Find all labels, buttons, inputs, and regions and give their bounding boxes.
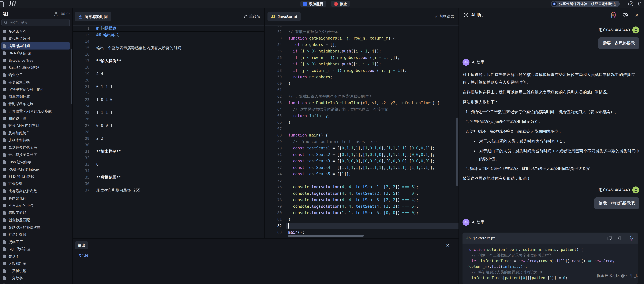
document-icon (3, 182, 6, 186)
sidebar-item[interactable]: 蛋糕工厂 (1, 238, 70, 245)
help-icon[interactable]: ? (628, 1, 633, 7)
sidebar-item[interactable]: 猜数字游戏 (1, 209, 70, 216)
markdown-text: # 问题描述 (96, 26, 116, 31)
sidebar-item[interactable]: 简单四则计算 (1, 93, 70, 100)
document-icon (3, 51, 6, 55)
ai-assistant-panel: AI 助手 ✕ 用户04514042443需要一点思路提示AI 助手对于这道题，… (459, 8, 644, 284)
history-icon[interactable] (622, 12, 629, 18)
sidebar-item[interactable]: 链表聚集交换 (1, 79, 70, 86)
sidebar-item[interactable]: SQL 代码补全 (1, 245, 70, 253)
sidebar-item[interactable]: 字符串有多少种可能性 (1, 86, 70, 93)
code-line: 62// 计算戴口罩人员被两个不同感染源感染的时间 (266, 93, 458, 100)
sidebar-item[interactable]: 阿 D 的飞行路线 (1, 173, 70, 180)
sidebar-scrollbar[interactable] (71, 49, 72, 104)
add-question-button[interactable]: + 添加题目 (300, 1, 326, 7)
sidebar-item[interactable]: 大数和距离 (1, 260, 70, 267)
close-icon[interactable]: ✕ (635, 13, 639, 18)
document-icon (3, 232, 6, 237)
document-icon (3, 189, 6, 193)
sidebar-item[interactable]: 查找热点数据 (1, 35, 70, 42)
sidebar-item[interactable]: 二分数字 (1, 274, 70, 282)
sidebar-item[interactable]: 不再贪心的小包 (1, 202, 70, 209)
sidebar-item[interactable]: 进制求和转换 (1, 137, 70, 144)
user-name: 用户04514042443 (598, 27, 630, 33)
search-box[interactable] (2, 19, 70, 26)
sidebar-item-label: 进制求和转换 (8, 138, 30, 143)
sidebar-item[interactable]: DNA 序列还原 (1, 50, 70, 57)
avatar (462, 219, 470, 226)
sidebar-item[interactable]: RGB 色值转 Integer (1, 166, 70, 173)
problem-tab[interactable]: 病毒感染时间 (75, 12, 111, 21)
code-text: } (288, 217, 291, 221)
code-editor-content[interactable]: 5152// 获取当前座位的邻居坐标53function getNeighbor… (266, 25, 458, 238)
line-number: 14 (73, 39, 90, 44)
sidebar-item[interactable]: 创意标题匹配 (1, 216, 70, 224)
sidebar-item[interactable]: 分布式围栏 (1, 282, 70, 284)
line-number: 77 (266, 191, 282, 195)
sidebar-item[interactable]: 二叉树供暖 (1, 267, 70, 274)
markdown-line: 210 1 1 1 (73, 84, 264, 90)
rename-button[interactable]: 重命名 (244, 14, 260, 19)
code-line: 77 console.log(solution(4, 4, testSeats2… (266, 190, 458, 197)
problem-sidebar: 题目 共 100 个 多米诺骨牌查找热点数据病毒感染时间DNA 序列还原Byte… (0, 8, 72, 284)
sidebar-item-label: 和的逆运算 (8, 116, 26, 121)
sidebar-item[interactable]: Cion 勒索病毒 (1, 158, 70, 166)
stop-button[interactable]: 停止 (331, 1, 350, 7)
sidebar-item[interactable]: 最小替换子串长度 (1, 151, 70, 158)
copy-icon[interactable] (608, 236, 612, 240)
document-icon (3, 73, 6, 77)
code-line: 63function getDoubleInfectionTime(x1, y1… (266, 100, 458, 106)
document-icon (3, 109, 6, 113)
document-icon (3, 196, 6, 200)
line-number: 61 (266, 88, 282, 92)
code-line: 72 const testSeats3 = [[0,0,0,0],[0,0,0,… (266, 158, 458, 164)
line-number: 16 (73, 52, 90, 57)
sidebar-item[interactable]: 叠盘子 (1, 253, 70, 260)
sidebar-item[interactable]: 穿越沙漠的补给次数 (1, 224, 70, 231)
bell-icon[interactable] (638, 2, 642, 6)
line-number: 18 (73, 65, 90, 70)
sidebar-item[interactable]: Base32 编码和解码 (1, 64, 70, 71)
document-icon (3, 283, 6, 284)
promo-badge[interactable]: 分享代码练习体验，领限量定制周边 (551, 1, 620, 7)
code-text: // 获取当前座位的邻居坐标 (288, 29, 338, 34)
sidebar-item[interactable]: 多米诺骨牌 (1, 28, 70, 35)
insert-code-icon[interactable] (616, 236, 621, 240)
editor-vertical-scrollbar[interactable] (456, 117, 458, 186)
sidebar-item[interactable]: 及格如此简单 (1, 129, 70, 137)
markdown-text: **输出样例** (96, 149, 121, 154)
sidebar-item[interactable]: 计算位置 x 到 y 的最少步数 (1, 108, 70, 115)
code-line: 56 if (i < row_n - 1) neighbors.push([i … (266, 54, 458, 61)
search-input[interactable] (10, 20, 68, 25)
document-icon (3, 124, 6, 128)
sidebar-item[interactable]: 猫鱼分干 (1, 71, 70, 79)
code-line: 67 (266, 126, 458, 132)
code-line: 66} (266, 119, 458, 126)
sidebar-item[interactable]: 百分位数 (1, 180, 70, 187)
sidebar-item[interactable]: 暴雨梨花针 (1, 195, 70, 202)
markdown-line: 34 (73, 168, 264, 174)
output-close-icon[interactable]: ✕ (446, 243, 450, 248)
line-number: 82 (266, 224, 282, 228)
line-number: 36 (73, 182, 90, 186)
output-tab[interactable]: 输出 (75, 241, 88, 249)
sidebar-item[interactable]: 和的逆运算 (1, 115, 70, 122)
sidebar-item[interactable]: 青海湖租车之旅 (1, 100, 70, 108)
code-text: console.log(solution(4, 4, testSeats3, [… (288, 198, 418, 202)
switch-language-button[interactable]: ⇄ 切换语言 (434, 14, 454, 19)
code-text: console.log(solution(4, 4, testSeats1, [… (288, 185, 418, 189)
sidebar-item[interactable]: 打点计数器 (1, 231, 70, 238)
problem-markdown[interactable]: 1# 问题描述13## 输出格式1415输出一个整数表示病毒感染屋内所有人所需的… (73, 25, 264, 238)
editor-horizontal-scrollbar[interactable] (288, 235, 364, 237)
sidebar-item[interactable]: 比赛最高获胜次数 (1, 187, 70, 195)
language-tab[interactable]: JS JavaScript (268, 12, 300, 21)
sidebar-item[interactable]: 病毒感染时间 (1, 42, 70, 50)
sidebar-item[interactable]: Bytedance Tree (1, 57, 70, 64)
markdown-text: 6 (96, 162, 98, 167)
js-badge-icon: JS (271, 15, 275, 19)
new-chat-icon[interactable] (610, 12, 616, 18)
sidebar-item[interactable]: 环状 DNA 序列整理 (1, 122, 70, 129)
lightbulb-icon[interactable] (630, 235, 634, 240)
code-line: 74 const testSeats5 = [[1]]; (266, 171, 458, 177)
sidebar-item[interactable]: 拿到最多红包金额 (1, 144, 70, 151)
